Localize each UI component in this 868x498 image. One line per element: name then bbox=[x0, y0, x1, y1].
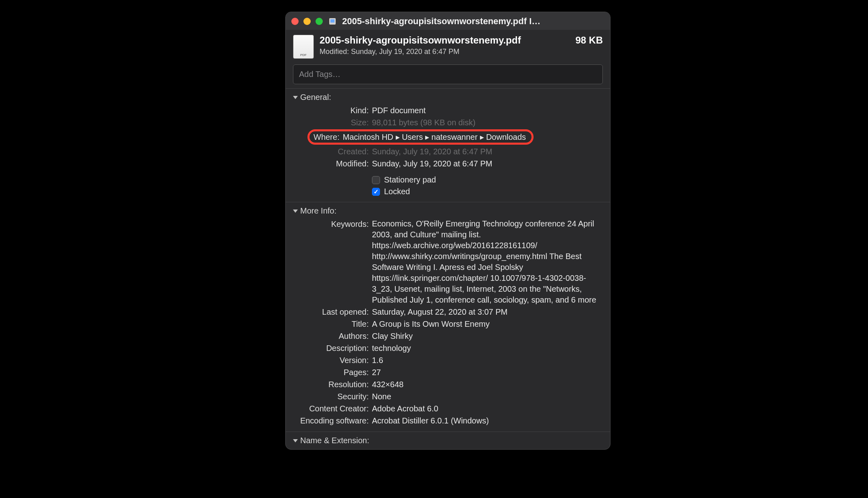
row-pages: Pages: 27 bbox=[286, 366, 610, 378]
file-header: 2005-shirky-agroupisitsownworstenemy.pdf… bbox=[286, 30, 610, 62]
row-description: Description: technology bbox=[286, 342, 610, 354]
row-title: Title: A Group is Its Own Worst Enemy bbox=[286, 318, 610, 330]
minimize-button[interactable] bbox=[303, 18, 311, 25]
close-button[interactable] bbox=[291, 18, 299, 25]
value: Acrobat Distiller 6.0.1 (Windows) bbox=[372, 415, 603, 426]
value: 98,011 bytes (98 KB on disk) bbox=[372, 117, 603, 128]
section-label: Name & Extension: bbox=[300, 436, 369, 445]
get-info-window: 2005-shirky-agroupisitsownworstenemy.pdf… bbox=[285, 12, 611, 450]
preview-app-icon bbox=[328, 17, 337, 26]
locked-label: Locked bbox=[384, 187, 410, 196]
section-name-extension: Name & Extension: bbox=[286, 432, 610, 449]
row-security: Security: None bbox=[286, 390, 610, 403]
chevron-down-icon bbox=[293, 96, 298, 99]
label: Title: bbox=[293, 318, 372, 330]
label: Encoding software: bbox=[293, 415, 372, 426]
section-header-moreinfo[interactable]: More Info: bbox=[286, 206, 610, 218]
value: Sunday, July 19, 2020 at 6:47 PM bbox=[372, 146, 603, 157]
label: Size: bbox=[293, 117, 372, 128]
section-label: More Info: bbox=[300, 206, 336, 216]
titlebar: 2005-shirky-agroupisitsownworstenemy.pdf… bbox=[286, 12, 610, 30]
stationery-label: Stationery pad bbox=[384, 175, 436, 185]
chevron-down-icon bbox=[293, 439, 298, 442]
file-size: 98 KB bbox=[575, 35, 603, 46]
label: Version: bbox=[293, 355, 372, 366]
row-locked: Locked bbox=[286, 185, 610, 197]
section-general: General: Kind: PDF document Size: 98,011… bbox=[286, 88, 610, 202]
section-moreinfo: More Info: Keywords: Economics, O'Reilly… bbox=[286, 202, 610, 432]
label: Pages: bbox=[293, 367, 372, 378]
document-icon bbox=[293, 35, 314, 59]
chevron-down-icon bbox=[293, 210, 298, 213]
label: Where: bbox=[314, 133, 343, 142]
tags-input[interactable]: Add Tags… bbox=[293, 64, 603, 84]
file-name: 2005-shirky-agroupisitsownworstenemy.pdf bbox=[320, 35, 570, 46]
label: Kind: bbox=[293, 105, 372, 116]
value: PDF document bbox=[372, 105, 603, 116]
modified-value: Sunday, July 19, 2020 at 6:47 PM bbox=[351, 48, 459, 56]
zoom-button[interactable] bbox=[316, 18, 323, 25]
value: 1.6 bbox=[372, 355, 603, 366]
value: Macintosh HD ▸ Users ▸ nateswanner ▸ Dow… bbox=[343, 132, 526, 142]
value: A Group is Its Own Worst Enemy bbox=[372, 318, 603, 330]
traffic-lights bbox=[291, 18, 323, 25]
label: Modified: bbox=[293, 158, 372, 169]
where-highlight: Where: Macintosh HD ▸ Users ▸ nateswanne… bbox=[307, 129, 534, 145]
row-keywords: Keywords: Economics, O'Reilly Emerging T… bbox=[286, 218, 610, 306]
row-encoding-software: Encoding software: Acrobat Distiller 6.0… bbox=[286, 415, 610, 427]
locked-checkbox[interactable] bbox=[372, 188, 380, 196]
value: Economics, O'Reilly Emerging Technology … bbox=[372, 218, 603, 305]
row-modified: Modified: Sunday, July 19, 2020 at 6:47 … bbox=[286, 158, 610, 170]
label: Created: bbox=[293, 146, 372, 157]
value: Clay Shirky bbox=[372, 330, 603, 342]
stationery-checkbox[interactable] bbox=[372, 176, 380, 184]
value: Saturday, August 22, 2020 at 3:07 PM bbox=[372, 306, 603, 317]
window-title: 2005-shirky-agroupisitsownworstenemy.pdf… bbox=[342, 16, 604, 27]
section-header-general[interactable]: General: bbox=[286, 93, 610, 104]
row-size: Size: 98,011 bytes (98 KB on disk) bbox=[286, 116, 610, 129]
label: Resolution: bbox=[293, 379, 372, 390]
section-header-name-extension[interactable]: Name & Extension: bbox=[286, 436, 610, 448]
row-version: Version: 1.6 bbox=[286, 354, 610, 366]
row-resolution: Resolution: 432×648 bbox=[286, 378, 610, 390]
label: Content Creator: bbox=[293, 403, 372, 414]
svg-rect-1 bbox=[330, 19, 334, 23]
row-lastopened: Last opened: Saturday, August 22, 2020 a… bbox=[286, 306, 610, 318]
modified-label: Modified: bbox=[320, 48, 349, 56]
label: Keywords: bbox=[293, 218, 372, 305]
label: Security: bbox=[293, 391, 372, 402]
value: Sunday, July 19, 2020 at 6:47 PM bbox=[372, 158, 603, 169]
row-authors: Authors: Clay Shirky bbox=[286, 330, 610, 342]
row-stationery: Stationery pad bbox=[286, 174, 610, 185]
section-label: General: bbox=[300, 93, 331, 102]
row-created: Created: Sunday, July 19, 2020 at 6:47 P… bbox=[286, 145, 610, 158]
row-content-creator: Content Creator: Adobe Acrobat 6.0 bbox=[286, 403, 610, 415]
value: 27 bbox=[372, 367, 603, 378]
value: technology bbox=[372, 342, 603, 354]
value: None bbox=[372, 391, 603, 402]
value: Adobe Acrobat 6.0 bbox=[372, 403, 603, 414]
label: Last opened: bbox=[293, 306, 372, 317]
label: Description: bbox=[293, 342, 372, 354]
label: Authors: bbox=[293, 330, 372, 342]
value: 432×648 bbox=[372, 379, 603, 390]
row-kind: Kind: PDF document bbox=[286, 104, 610, 116]
row-where-highlight: Where: Macintosh HD ▸ Users ▸ nateswanne… bbox=[291, 129, 605, 145]
